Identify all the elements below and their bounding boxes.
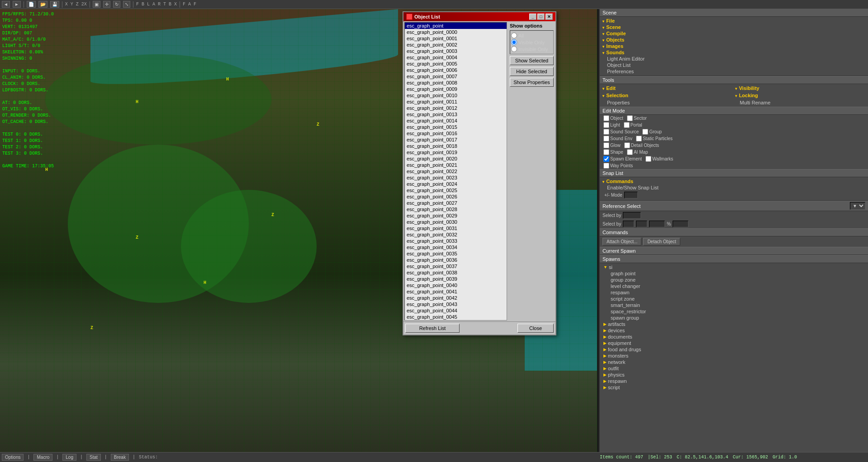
log-btn[interactable]: Log (62, 454, 76, 461)
sound-source-mode-cb[interactable]: Sound Source (603, 129, 639, 135)
show-properties-btn[interactable]: Show Properties (510, 78, 554, 87)
list-item[interactable]: esc_graph_point_0005 (405, 61, 507, 67)
list-item[interactable]: esc_graph_point_0024 (405, 181, 507, 187)
edit-tool[interactable]: Edit (602, 85, 734, 91)
group-mode-input[interactable] (642, 129, 648, 135)
new-btn[interactable]: 📄 (27, 1, 36, 8)
list-item[interactable]: esc_graph_point_0011 (405, 99, 507, 105)
undo-btn[interactable]: ◄ (2, 1, 10, 8)
list-item[interactable]: esc_graph_point_0020 (405, 156, 507, 162)
images-menu[interactable]: Images (602, 43, 866, 49)
list-item[interactable]: esc_graph_point_0029 (405, 212, 507, 219)
tree-script-zone[interactable]: script zone (602, 296, 866, 302)
rotate-btn[interactable]: ↻ (113, 1, 120, 8)
list-item[interactable]: esc_graph_point_0044 (405, 307, 507, 314)
list-item[interactable]: esc_graph_point_0001 (405, 35, 507, 42)
refresh-list-btn[interactable]: Refresh List (405, 324, 460, 333)
tree-si[interactable]: ▼ si (602, 264, 866, 270)
minimize-btn[interactable]: _ (529, 14, 536, 20)
list-item[interactable]: esc_graph_point_0034 (405, 244, 507, 250)
tree-smart-terrain[interactable]: smart_terrain (602, 302, 866, 308)
ai-map-mode-cb[interactable]: AI Map (627, 149, 648, 155)
static-particles-mode-cb[interactable]: Static Particles (636, 136, 673, 141)
tree-network[interactable]: ▶ network (602, 359, 866, 365)
detail-objects-mode-cb[interactable]: Detail Objects (624, 142, 659, 148)
select-by-pct-input[interactable]: =% (623, 221, 634, 227)
spawn-element-mode-cb[interactable]: Spawn Element (603, 156, 642, 162)
tree-monsters[interactable]: ▶ monsters (602, 353, 866, 359)
list-item[interactable]: esc_graph_point_0025 (405, 187, 507, 193)
visibility-tool[interactable]: Visibility (735, 85, 867, 91)
list-item[interactable]: esc_graph_point_0021 (405, 162, 507, 168)
shape-mode-cb[interactable]: Shape (603, 149, 623, 155)
list-item[interactable]: esc_graph_point_0009 (405, 86, 507, 92)
list-item[interactable]: esc_graph_point_0035 (405, 250, 507, 257)
list-item[interactable]: esc_graph_point_0015 (405, 124, 507, 130)
list-item[interactable]: esc_graph_point_0002 (405, 42, 507, 48)
way-points-mode-cb[interactable]: Way Points (603, 163, 633, 169)
list-item[interactable]: esc_graph_point_0037 (405, 263, 507, 269)
wallmarks-mode-cb[interactable]: Wallmarks (645, 156, 673, 162)
show-selected-btn[interactable]: Show Selected (510, 56, 554, 65)
list-item[interactable]: esc_graph_point (405, 23, 507, 29)
enable-snap-item[interactable]: Enable/Show Snap List (602, 184, 866, 191)
tree-graph-point[interactable]: graph point (602, 270, 866, 277)
list-item[interactable]: esc_graph_point_0018 (405, 143, 507, 149)
select-btn[interactable]: ▣ (93, 1, 100, 8)
objects-menu[interactable]: Objects (602, 37, 866, 43)
wallmarks-input[interactable] (645, 156, 651, 162)
object-mode-input[interactable] (603, 115, 609, 121)
tree-level-changer[interactable]: level changer (602, 283, 866, 289)
scene-menu[interactable]: Scene (602, 24, 866, 30)
detach-object-btn[interactable]: Detach Object (643, 238, 680, 245)
list-item[interactable]: esc_graph_point_0039 (405, 276, 507, 282)
list-item[interactable]: esc_graph_point_0030 (405, 219, 507, 225)
options-btn[interactable]: Options (2, 454, 24, 461)
list-item[interactable]: esc_graph_point_0023 (405, 174, 507, 181)
tree-outfit[interactable]: ▶ outfit (602, 365, 866, 372)
attach-object-btn[interactable]: Attach Object... (602, 238, 641, 245)
multi-rename-tool[interactable]: Multi Rename (735, 99, 867, 106)
way-points-input[interactable] (603, 163, 609, 169)
list-item[interactable]: esc_graph_point_0031 (405, 225, 507, 231)
tree-spawn-group[interactable]: spawn group (602, 315, 866, 321)
shape-mode-input[interactable] (603, 149, 609, 155)
list-item[interactable]: esc_graph_point_0019 (405, 149, 507, 156)
sound-source-input[interactable] (603, 129, 609, 135)
light-anim-editor-item[interactable]: Light Anim Editor (602, 56, 866, 62)
select-by-extra-input[interactable] (673, 221, 688, 227)
filter-visible-radio[interactable] (511, 39, 517, 45)
list-item[interactable]: esc_graph_point_0027 (405, 200, 507, 206)
portal-mode-cb[interactable]: Portal (624, 122, 642, 128)
select-by-plus-input[interactable]: +% (636, 221, 647, 227)
tree-space-restrictor[interactable]: space_restrictor (602, 308, 866, 315)
dialog-titlebar[interactable]: Object List _ □ ✕ (403, 12, 555, 21)
save-btn[interactable]: 💾 (50, 1, 59, 8)
object-list-item[interactable]: Object List (602, 62, 866, 68)
sector-mode-cb[interactable]: Sector (627, 115, 647, 121)
list-item[interactable]: esc_graph_point_0040 (405, 282, 507, 288)
tree-respawn2[interactable]: ▶ respawn (602, 378, 866, 384)
list-item[interactable]: esc_graph_point_0008 (405, 80, 507, 86)
list-item[interactable]: esc_graph_point_0006 (405, 67, 507, 73)
preferences-item[interactable]: Preferences (602, 68, 866, 75)
tree-documents[interactable]: ▶ documents (602, 334, 866, 340)
sector-mode-input[interactable] (627, 115, 633, 121)
list-item[interactable]: esc_graph_point_0016 (405, 130, 507, 137)
list-item[interactable]: esc_graph_point_0042 (405, 295, 507, 301)
ai-map-input[interactable] (627, 149, 633, 155)
tree-group-zone[interactable]: group zone (602, 277, 866, 283)
sound-env-input[interactable] (603, 136, 609, 141)
list-item[interactable]: esc_graph_point_0038 (405, 269, 507, 276)
list-item[interactable]: esc_graph_point_0033 (405, 238, 507, 244)
list-item[interactable]: esc_graph_point_0007 (405, 73, 507, 80)
commands-title[interactable]: Commands (602, 178, 866, 184)
list-item[interactable]: esc_graph_point_0017 (405, 137, 507, 143)
spawns-tree[interactable]: ▼ si graph point group zone level change… (600, 263, 868, 462)
light-mode-cb[interactable]: Light (603, 122, 620, 128)
list-item[interactable]: esc_graph_point_0014 (405, 118, 507, 124)
redo-btn[interactable]: ► (13, 1, 21, 8)
list-item[interactable]: esc_graph_point_0022 (405, 168, 507, 174)
filter-invisible-radio[interactable] (511, 46, 517, 52)
properties-tool[interactable]: Properties (602, 99, 734, 106)
